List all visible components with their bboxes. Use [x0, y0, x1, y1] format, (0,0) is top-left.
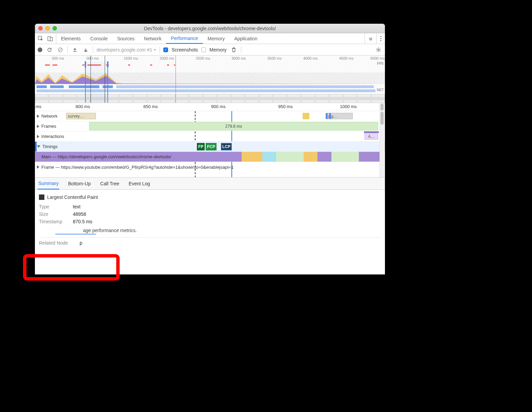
close-icon[interactable] — [38, 26, 43, 30]
ruler-scrollbar[interactable] — [380, 103, 384, 111]
fps-bar — [82, 64, 84, 66]
thumbnail[interactable] — [343, 94, 357, 103]
svg-point-10 — [378, 49, 379, 50]
thumbnail[interactable] — [287, 94, 301, 103]
selection-indicator — [35, 142, 37, 151]
tab-bottom-up[interactable]: Bottom-Up — [67, 178, 91, 189]
perf-toolbar: developers.google.com #1 ✓ Screenshots M… — [35, 44, 385, 56]
collect-garbage-icon[interactable] — [230, 46, 238, 54]
tab-event-log[interactable]: Event Log — [128, 178, 151, 189]
detail-ruler: ms 800 ms 850 ms 900 ms 950 ms 1000 ms — [35, 103, 385, 111]
track-frame[interactable]: Frame — https://www.youtube.com/embed/G_… — [35, 162, 385, 172]
minimize-icon[interactable] — [45, 26, 50, 30]
thumbnail[interactable] — [273, 94, 287, 103]
thumbnail[interactable] — [203, 94, 217, 103]
network-bar[interactable] — [326, 113, 328, 119]
devtools-window: DevTools - developers.google.com/web/too… — [35, 24, 385, 274]
svg-point-5 — [380, 40, 381, 41]
selection-handle-right[interactable] — [107, 61, 108, 67]
thumbnail[interactable] — [49, 94, 62, 103]
tab-call-tree[interactable]: Call Tree — [100, 178, 120, 189]
thumbnail[interactable] — [133, 94, 147, 103]
thumbnail[interactable] — [161, 94, 175, 103]
selection-handle-left[interactable] — [85, 61, 86, 67]
track-main[interactable]: Main — https://developers.google.com/web… — [35, 152, 385, 162]
svg-point-3 — [380, 36, 381, 37]
scrollbar-thumb[interactable] — [381, 104, 384, 110]
ruler-tick: 5000 ms — [370, 56, 385, 60]
separator — [241, 46, 241, 53]
tab-elements[interactable]: Elements — [56, 33, 85, 44]
network-bar[interactable] — [329, 113, 331, 119]
thumbnail[interactable] — [357, 94, 371, 103]
screenshots-checkbox[interactable]: ✓ — [163, 47, 168, 52]
expand-icon[interactable] — [37, 165, 39, 169]
device-toolbar-icon[interactable] — [46, 35, 54, 42]
track-interactions[interactable]: Interactions A… — [35, 131, 385, 142]
tab-memory[interactable]: Memory — [203, 33, 230, 44]
network-bar[interactable] — [303, 113, 309, 119]
session-label: developers.google.com #1 — [97, 47, 152, 53]
ruler-tick: 950 ms — [278, 104, 293, 109]
track-frames[interactable]: Frames 279.6 ms — [35, 121, 385, 131]
tab-sources[interactable]: Sources — [112, 33, 139, 44]
track-label: Main — https://developers.google.com/web… — [41, 154, 172, 159]
flamechart-scrollbar[interactable] — [380, 111, 384, 177]
fcp-badge[interactable]: FCP — [206, 143, 217, 150]
detail-body: Network survey… g g… Frames 279.6 ms Int… — [35, 111, 385, 172]
save-profile-icon[interactable] — [82, 46, 89, 54]
track-network[interactable]: Network survey… g g… — [35, 111, 385, 121]
ruler-tick: 3000 ms — [231, 56, 246, 60]
thumbnail[interactable] — [63, 94, 77, 103]
lcp-badge[interactable]: LCP — [221, 143, 232, 150]
expand-icon[interactable] — [37, 115, 39, 118]
thumbnail[interactable] — [175, 94, 189, 103]
reload-button[interactable] — [46, 46, 53, 54]
event-name: Largest Contentful Paint — [47, 194, 98, 200]
related-node-link[interactable]: p — [80, 240, 82, 246]
thumbnail[interactable] — [315, 94, 329, 103]
thumbnail[interactable] — [329, 94, 343, 103]
overview-timeline[interactable]: 500 ms 000 ms 1500 ms 2000 ms 2500 ms 30… — [35, 56, 385, 103]
collapse-icon[interactable] — [37, 145, 40, 148]
ruler-tick: 4500 ms — [339, 56, 353, 60]
expand-icon[interactable] — [37, 125, 39, 128]
tab-performance[interactable]: Performance — [166, 33, 203, 44]
interaction-bar-top — [364, 131, 379, 133]
memory-checkbox[interactable] — [201, 47, 206, 52]
thumbnail[interactable] — [301, 94, 315, 103]
scrollbar-thumb[interactable] — [381, 112, 384, 125]
ruler-tick: 850 ms — [143, 104, 158, 109]
thumbnail[interactable] — [147, 94, 161, 103]
thumbnail[interactable] — [245, 94, 259, 103]
more-tabs-button[interactable] — [365, 33, 376, 44]
expand-icon[interactable] — [37, 135, 39, 138]
zoom-icon[interactable] — [53, 26, 57, 30]
interaction-bar[interactable]: A… — [365, 133, 378, 140]
tab-summary[interactable]: Summary — [38, 178, 59, 189]
tab-console[interactable]: Console — [85, 33, 112, 44]
thumbnail[interactable] — [259, 94, 273, 103]
marker-line — [105, 56, 105, 103]
thumbnail[interactable] — [231, 94, 245, 103]
inspect-element-icon[interactable] — [37, 35, 44, 42]
settings-menu-icon[interactable] — [376, 33, 385, 44]
thumbnail[interactable] — [119, 94, 132, 103]
session-selector[interactable]: developers.google.com #1 — [97, 47, 156, 53]
flamechart[interactable]: ms 800 ms 850 ms 900 ms 950 ms 1000 ms N… — [35, 103, 385, 178]
thumbnail[interactable] — [371, 94, 385, 103]
capture-settings-icon[interactable] — [375, 46, 382, 54]
clear-button[interactable] — [57, 46, 64, 54]
record-button[interactable] — [38, 47, 42, 52]
tab-network[interactable]: Network — [139, 33, 166, 44]
thumbnail[interactable] — [35, 94, 48, 103]
track-timings[interactable]: Timings FP FCP LCP — [35, 142, 385, 152]
network-bar[interactable]: survey… — [66, 113, 96, 119]
thumbnail[interactable] — [217, 94, 231, 103]
load-profile-icon[interactable] — [71, 46, 79, 54]
thumbnail[interactable] — [189, 94, 203, 103]
fp-badge[interactable]: FP — [197, 143, 205, 150]
frame-bar[interactable]: 279.6 ms — [89, 122, 378, 130]
field-label: Related Node — [39, 240, 76, 246]
tab-application[interactable]: Application — [229, 33, 262, 44]
